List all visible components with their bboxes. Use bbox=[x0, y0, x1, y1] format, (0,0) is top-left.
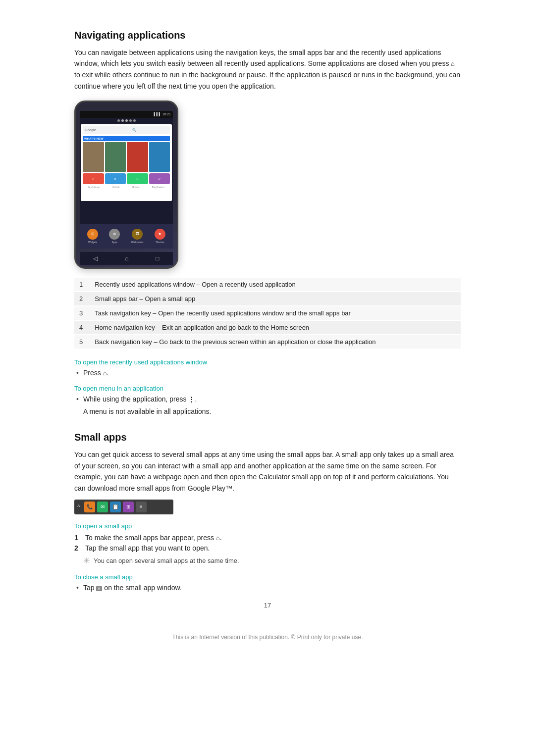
img-block-1 bbox=[83, 142, 104, 172]
open-small-app-steps: 1 To make the small apps bar appear, pre… bbox=[74, 534, 461, 552]
step-1: 1 To make the small apps bar appear, pre… bbox=[74, 534, 461, 542]
step-2-text: Tap the small app that you want to open. bbox=[85, 544, 210, 552]
close-small-app-header: To close a small app bbox=[74, 573, 461, 581]
dot5 bbox=[133, 119, 136, 122]
close-small-app-bullet: Tap ✕ on the small app window. bbox=[83, 584, 461, 592]
row-text: Small apps bar – Open a small app bbox=[90, 292, 461, 306]
dot2 bbox=[121, 119, 124, 122]
nav-recent-btn: □ bbox=[156, 255, 159, 262]
small-apps-intro: You can get quick access to several smal… bbox=[74, 449, 461, 494]
open-recent-header: To open the recently used applications w… bbox=[74, 358, 461, 366]
nav-back-btn: ◁ bbox=[93, 255, 98, 262]
bottom-app-themes: ★ Themes bbox=[155, 229, 165, 244]
app-icon-3: C bbox=[127, 173, 148, 184]
phone-nav-bar: ◁ ⌂ □ bbox=[80, 252, 173, 265]
bottom-app-wallpapers: 🖼 Wallpapers bbox=[131, 229, 144, 244]
table-row: 5 Back navigation key – Go back to the p… bbox=[74, 335, 461, 349]
step-num-1: 1 bbox=[74, 534, 82, 542]
dot3 bbox=[125, 119, 128, 122]
bottom-app-apps: ⊕ Apps bbox=[109, 229, 120, 244]
app-labels-row: My LibraryUnlockMoviesPlayStation bbox=[83, 186, 170, 189]
row-num: 3 bbox=[74, 306, 90, 320]
open-small-app-header: To open a small app bbox=[74, 522, 461, 530]
table-row: 2 Small apps bar – Open a small app bbox=[74, 292, 461, 306]
nav-home-btn: ⌂ bbox=[125, 255, 128, 262]
img-block-4 bbox=[149, 142, 170, 172]
bottom-label-themes: Themes bbox=[156, 241, 164, 244]
app-icon-1: A bbox=[83, 173, 104, 184]
row-num: 2 bbox=[74, 292, 90, 306]
app-icon-2: B bbox=[105, 173, 126, 184]
news-banner: WHAT'S NEW bbox=[83, 136, 170, 141]
row-text: Home navigation key – Exit an applicatio… bbox=[90, 320, 461, 335]
bottom-icon-themes: ★ bbox=[155, 229, 165, 240]
tip-text: You can open several small apps at the s… bbox=[94, 557, 239, 564]
bottom-label-apps: Apps bbox=[112, 241, 117, 244]
phone-screenshot: ▌▌▌ 16:21 Google 🔍 bbox=[74, 101, 461, 269]
sab-icon-3: 📋 bbox=[110, 502, 121, 512]
open-menu-bullet: While using the application, press ⋮. bbox=[83, 395, 461, 403]
row-num: 5 bbox=[74, 335, 90, 349]
sab-icon-1: 📞 bbox=[84, 502, 95, 512]
section1-title: Navigating applications bbox=[74, 30, 461, 41]
bottom-label-widgets: Widgets bbox=[88, 241, 97, 244]
phone-content: Google 🔍 WHAT'S NEW A B bbox=[81, 124, 172, 201]
step-1-text: To make the small apps bar appear, press… bbox=[85, 534, 222, 542]
bottom-icon-widgets: ⊞ bbox=[87, 229, 98, 240]
tip-icon: ✳ bbox=[83, 556, 90, 565]
img-block-2 bbox=[105, 142, 126, 172]
row-text: Back navigation key – Go back to the pre… bbox=[90, 335, 461, 349]
page-footer: This is an Internet version of this publ… bbox=[74, 634, 461, 641]
small-apps-bar-image: ^ 📞 ✉ 📋 ⊞ ≡ bbox=[74, 500, 173, 514]
table-row: 3 Task navigation key – Open the recentl… bbox=[74, 306, 461, 320]
row-num: 1 bbox=[74, 278, 90, 292]
table-row: 1 Recently used applications window – Op… bbox=[74, 278, 461, 292]
step-2: 2 Tap the small app that you want to ope… bbox=[74, 544, 461, 552]
row-text: Recently used applications window – Open… bbox=[90, 278, 461, 292]
dot1 bbox=[117, 119, 120, 122]
apps-row: A B C D bbox=[83, 173, 170, 184]
bottom-app-widgets: ⊞ Widgets bbox=[87, 229, 98, 244]
image-grid bbox=[83, 142, 170, 172]
img-block-3 bbox=[127, 142, 148, 172]
status-bar: ▌▌▌ 16:21 bbox=[80, 111, 173, 118]
bottom-apps-tray: ⊞ Widgets ⊕ Apps 🖼 Wallpapers ★ Themes bbox=[80, 224, 173, 249]
section2-title: Small apps bbox=[74, 432, 461, 443]
bottom-icon-apps: ⊕ bbox=[109, 229, 120, 240]
caret-icon: ^ bbox=[77, 504, 80, 510]
sab-icon-4: ⊞ bbox=[123, 502, 134, 512]
tip-row: ✳ You can open several small apps at the… bbox=[83, 557, 461, 565]
open-menu-header: To open menu in an application bbox=[74, 385, 461, 392]
bottom-label-wallpapers: Wallpapers bbox=[131, 241, 144, 244]
page-container: Navigating applications You can navigate… bbox=[74, 0, 461, 680]
bottom-icon-wallpapers: 🖼 bbox=[132, 229, 143, 240]
page-number: 17 bbox=[74, 602, 461, 609]
dot4 bbox=[129, 119, 132, 122]
phone-device: ▌▌▌ 16:21 Google 🔍 bbox=[74, 101, 178, 269]
sab-icon-2: ✉ bbox=[97, 502, 108, 512]
features-table: 1 Recently used applications window – Op… bbox=[74, 278, 461, 350]
sab-icon-5: ≡ bbox=[136, 502, 147, 512]
app-icon-4: D bbox=[149, 173, 170, 184]
footer-text: This is an Internet version of this publ… bbox=[172, 634, 363, 641]
menu-subtext: A menu is not available in all applicati… bbox=[83, 406, 461, 417]
step-num-2: 2 bbox=[74, 544, 82, 552]
nav-apps-intro: You can navigate between applications us… bbox=[74, 47, 461, 92]
close-square-icon: ✕ bbox=[96, 586, 102, 591]
table-row: 4 Home navigation key – Exit an applicat… bbox=[74, 320, 461, 335]
row-num: 4 bbox=[74, 320, 90, 335]
open-recent-bullet: Press ⌂. bbox=[83, 369, 461, 377]
row-text: Task navigation key – Open the recently … bbox=[90, 306, 461, 320]
page-dots bbox=[80, 118, 173, 123]
google-bar: Google 🔍 bbox=[83, 126, 170, 134]
